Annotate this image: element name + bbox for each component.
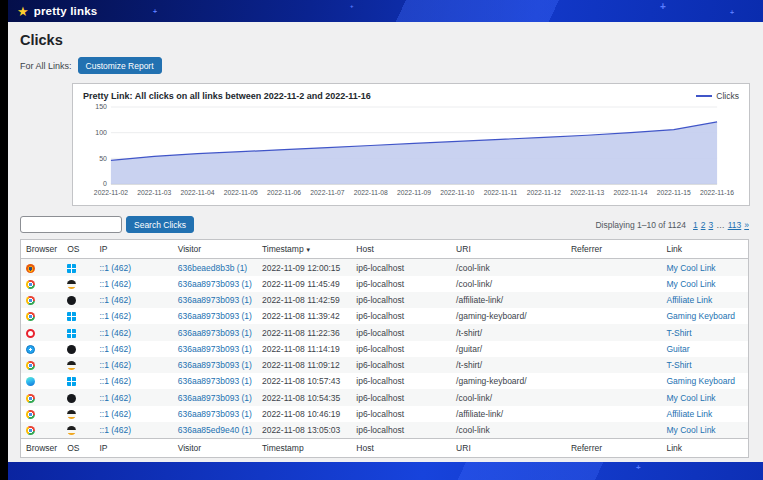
clicks-area-chart: 0501001502022-11-022022-11-032022-11-042… — [83, 102, 741, 198]
timestamp-cell: 2022-11-08 11:39:42 — [262, 311, 340, 321]
svg-text:2022-11-13: 2022-11-13 — [570, 189, 604, 196]
visitor-link[interactable]: 636aa8973b093 (1) — [178, 376, 252, 386]
pretty-link-link[interactable]: Gaming Keyboard — [666, 311, 735, 321]
search-clicks-button[interactable]: Search Clicks — [126, 216, 194, 233]
column-header-os[interactable]: OS — [62, 439, 94, 458]
host-cell: ip6-localhost — [356, 279, 404, 289]
page-link-2[interactable]: 2 — [701, 220, 706, 230]
visitor-link[interactable]: 636aa8973b093 (1) — [178, 393, 252, 403]
pretty-link-link[interactable]: T-Shirt — [666, 328, 691, 338]
column-header-uri[interactable]: URI — [451, 240, 566, 259]
ip-link[interactable]: ::1 (462) — [99, 344, 131, 354]
visitor-link[interactable]: 636aa8973b093 (1) — [178, 344, 252, 354]
for-all-links-label: For All Links: — [20, 61, 72, 71]
uri-cell: /gaming-keyboard/ — [456, 376, 526, 386]
column-header-timestamp[interactable]: Timestamp ▼ — [257, 240, 351, 259]
ip-link[interactable]: ::1 (462) — [99, 279, 131, 289]
pretty-link-link[interactable]: My Cool Link — [666, 263, 715, 273]
ip-link[interactable]: ::1 (462) — [99, 295, 131, 305]
ip-link[interactable]: ::1 (462) — [99, 409, 131, 419]
svg-text:2022-11-07: 2022-11-07 — [310, 189, 344, 196]
visitor-link[interactable]: 636aa8973b093 (1) — [178, 360, 252, 370]
visitor-link[interactable]: 636aa8973b093 (1) — [178, 328, 252, 338]
pretty-link-link[interactable]: Affiliate Link — [666, 409, 712, 419]
host-cell: ip6-localhost — [356, 376, 404, 386]
visitor-link[interactable]: 636aa8973b093 (1) — [178, 311, 252, 321]
next-page-link[interactable]: » — [744, 220, 749, 230]
column-header-ip[interactable]: IP — [94, 439, 172, 458]
column-header-os[interactable]: OS — [62, 240, 94, 259]
column-header-visitor[interactable]: Visitor — [173, 439, 257, 458]
visitor-link[interactable]: 636beaed8b3b (1) — [178, 263, 247, 273]
uri-cell: /affiliate-link/ — [456, 409, 503, 419]
table-row: ::1 (462)636aa8973b093 (1)2022-11-08 10:… — [21, 406, 749, 422]
column-header-referrer[interactable]: Referrer — [566, 240, 662, 259]
uri-cell: /cool-link — [456, 425, 490, 435]
pretty-link-link[interactable]: My Cool Link — [666, 393, 715, 403]
column-header-referrer[interactable]: Referrer — [566, 439, 662, 458]
column-header-uri[interactable]: URI — [451, 439, 566, 458]
pretty-link-link[interactable]: Gaming Keyboard — [666, 376, 735, 386]
apple-icon — [67, 296, 76, 305]
customize-report-button[interactable]: Customize Report — [78, 57, 162, 74]
ip-link[interactable]: ::1 (462) — [99, 311, 131, 321]
ip-link[interactable]: ::1 (462) — [99, 360, 131, 370]
table-row: ::1 (462)636aa8973b093 (1)2022-11-08 11:… — [21, 308, 749, 324]
pretty-link-link[interactable]: My Cool Link — [666, 425, 715, 435]
table-row: ::1 (462)636aa8973b093 (1)2022-11-08 11:… — [21, 324, 749, 340]
column-header-link[interactable]: Link — [661, 240, 748, 259]
column-header-ip[interactable]: IP — [94, 240, 172, 259]
table-row: ::1 (462)636aa8973b093 (1)2022-11-09 11:… — [21, 276, 749, 292]
svg-text:100: 100 — [95, 129, 107, 136]
uri-cell: /t-shirt/ — [456, 360, 482, 370]
pretty-link-link[interactable]: Guitar — [666, 344, 689, 354]
ip-link[interactable]: ::1 (462) — [99, 393, 131, 403]
safari-icon — [26, 345, 35, 354]
column-header-browser[interactable]: Browser — [21, 439, 63, 458]
column-header-link[interactable]: Link — [661, 439, 748, 458]
uri-cell: /cool-link/ — [456, 279, 492, 289]
visitor-link[interactable]: 636aa8973b093 (1) — [178, 279, 252, 289]
chart-title: Pretty Link: All clicks on all links bet… — [83, 91, 371, 101]
visitor-link[interactable]: 636aa8973b093 (1) — [178, 409, 252, 419]
windows-icon — [67, 377, 76, 386]
page-link-113[interactable]: 113 — [728, 220, 742, 230]
table-row: ::1 (462)636aa8973b093 (1)2022-11-08 11:… — [21, 341, 749, 357]
pretty-link-link[interactable]: Affiliate Link — [666, 295, 712, 305]
ip-link[interactable]: ::1 (462) — [99, 328, 131, 338]
pretty-link-link[interactable]: My Cool Link — [666, 279, 715, 289]
column-header-host[interactable]: Host — [351, 240, 451, 259]
chrome-icon — [26, 296, 35, 305]
page-link-1[interactable]: 1 — [693, 220, 698, 230]
svg-text:2022-11-02: 2022-11-02 — [94, 189, 128, 196]
pretty-link-link[interactable]: T-Shirt — [666, 360, 691, 370]
ip-link[interactable]: ::1 (462) — [99, 263, 131, 273]
table-header-row: BrowserOSIPVisitorTimestamp ▼HostURIRefe… — [21, 240, 749, 259]
host-cell: ip6-localhost — [356, 344, 404, 354]
timestamp-cell: 2022-11-08 10:46:19 — [262, 409, 340, 419]
ip-link[interactable]: ::1 (462) — [99, 425, 131, 435]
sparkle-icon: + — [730, 9, 734, 16]
host-cell: ip6-localhost — [356, 409, 404, 419]
timestamp-cell: 2022-11-09 11:45:49 — [262, 279, 340, 289]
ip-link[interactable]: ::1 (462) — [99, 376, 131, 386]
svg-text:2022-11-14: 2022-11-14 — [613, 189, 647, 196]
visitor-link[interactable]: 636aa8973b093 (1) — [178, 295, 252, 305]
column-header-visitor[interactable]: Visitor — [173, 240, 257, 259]
timestamp-cell: 2022-11-08 10:57:43 — [262, 376, 340, 386]
clicks-page: Clicks For All Links: Customize Report P… — [8, 22, 763, 462]
chrome-icon — [26, 394, 35, 403]
chrome-icon — [26, 361, 35, 370]
search-input[interactable] — [20, 216, 122, 233]
svg-text:2022-11-03: 2022-11-03 — [137, 189, 171, 196]
page-link-3[interactable]: 3 — [708, 220, 713, 230]
linux-icon — [67, 280, 76, 289]
column-header-browser[interactable]: Browser — [21, 240, 63, 259]
svg-text:2022-11-09: 2022-11-09 — [397, 189, 431, 196]
timestamp-cell: 2022-11-09 12:00:15 — [262, 263, 340, 273]
column-header-timestamp[interactable]: Timestamp — [257, 439, 351, 458]
visitor-link[interactable]: 636aa85ed9e40 (1) — [178, 425, 252, 435]
column-header-host[interactable]: Host — [351, 439, 451, 458]
pages-ellipsis: … — [716, 220, 725, 230]
uri-cell: /cool-link — [456, 263, 490, 273]
